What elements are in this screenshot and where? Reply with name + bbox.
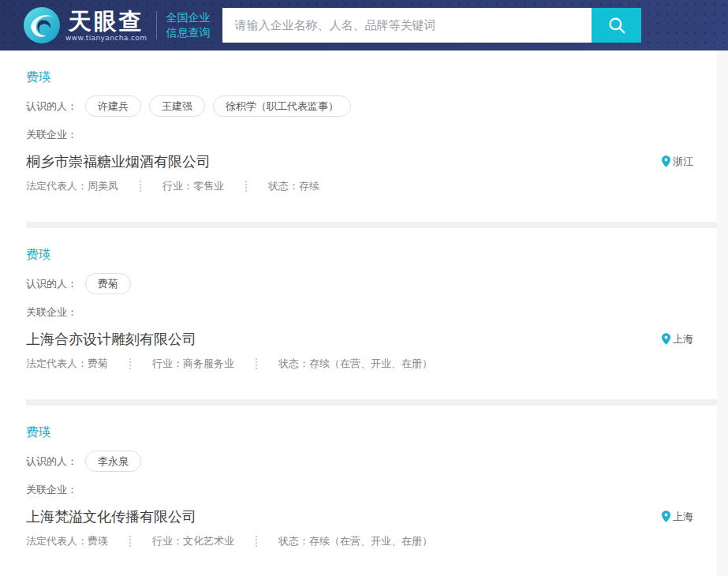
known-people-label: 认识的人： (26, 99, 77, 114)
header-tagline: 全国企业 信息查询 (166, 10, 210, 40)
industry: 行业：商务服务业 (152, 357, 234, 371)
result-card: 费瑛 认识的人： 李永泉 关联企业： 上海梵溢文化传播有限公司 上海 法定代表人… (0, 406, 728, 576)
company-name-link[interactable]: 上海梵溢文化传播有限公司 (26, 507, 196, 526)
search-bar (222, 8, 641, 43)
known-people-row: 认识的人： 李永泉 (26, 451, 693, 472)
tianyancha-eye-icon (24, 7, 60, 43)
tagline-line2: 信息查询 (166, 25, 210, 40)
known-people-label: 认识的人： (26, 454, 77, 469)
known-people-label: 认识的人： (26, 277, 77, 291)
company-details: 法定代表人：周美凤 行业：零售业 状态：存续 (26, 179, 693, 193)
company-details: 法定代表人：费菊 行业：商务服务业 状态：存续（在营、开业、在册） (26, 357, 693, 371)
person-name-link[interactable]: 费瑛 (26, 424, 51, 441)
known-person-tag[interactable]: 徐积学（职工代表监事） (213, 95, 351, 117)
industry: 行业：零售业 (162, 179, 224, 193)
dotted-divider (129, 536, 131, 547)
dotted-divider (129, 358, 131, 369)
card-separator (26, 222, 728, 228)
location-text: 浙江 (673, 155, 693, 169)
legal-representative: 法定代表人：周美凤 (26, 179, 118, 193)
location-text: 上海 (673, 510, 693, 524)
tianyancha-logo[interactable]: 天眼查 www.tianyancha.com (24, 7, 147, 43)
logo-divider (156, 11, 157, 39)
known-person-tag[interactable]: 王建强 (149, 95, 205, 117)
brand-website: www.tianyancha.com (65, 34, 147, 42)
search-input[interactable] (222, 8, 592, 43)
location-pin-icon (662, 511, 670, 522)
company-name-link[interactable]: 桐乡市崇福糖业烟酒有限公司 (26, 151, 211, 171)
dotted-divider (256, 536, 257, 547)
company-location: 上海 (662, 510, 693, 524)
tagline-line1: 全国企业 (166, 10, 210, 25)
related-companies-label: 关联企业： (26, 483, 693, 497)
company-name-link[interactable]: 上海合亦设计雕刻有限公司 (26, 329, 196, 349)
status: 状态：存续（在营、开业、在册） (278, 357, 432, 371)
industry: 行业：文化艺术业 (152, 534, 234, 548)
scrollbar-track[interactable] (717, 50, 728, 576)
result-card: 费瑛 认识的人： 许建兵 王建强 徐积学（职工代表监事） 关联企业： 桐乡市崇福… (0, 50, 728, 222)
top-header: 天眼查 www.tianyancha.com 全国企业 信息查询 (0, 0, 728, 50)
search-icon (607, 15, 627, 36)
dotted-divider (140, 181, 141, 192)
dotted-divider (256, 358, 257, 369)
search-button[interactable] (592, 8, 641, 43)
known-person-tag[interactable]: 费菊 (85, 273, 131, 294)
known-people-row: 认识的人： 许建兵 王建强 徐积学（职工代表监事） (26, 95, 693, 117)
status: 状态：存续（在营、开业、在册） (278, 534, 432, 548)
brand-name: 天眼查 (69, 9, 144, 33)
company-row: 上海梵溢文化传播有限公司 上海 (26, 507, 693, 526)
result-card: 费瑛 认识的人： 费菊 关联企业： 上海合亦设计雕刻有限公司 上海 法定代表人：… (0, 228, 728, 399)
location-text: 上海 (673, 332, 693, 346)
company-location: 上海 (662, 332, 693, 346)
company-details: 法定代表人：费瑛 行业：文化艺术业 状态：存续（在营、开业、在册） (26, 534, 693, 548)
legal-representative: 法定代表人：费瑛 (26, 534, 108, 548)
company-row: 上海合亦设计雕刻有限公司 上海 (26, 329, 693, 349)
person-name-link[interactable]: 费瑛 (26, 69, 51, 86)
known-person-tag[interactable]: 李永泉 (85, 451, 141, 472)
location-pin-icon (662, 333, 670, 345)
legal-representative: 法定代表人：费菊 (26, 357, 108, 371)
known-people-row: 认识的人： 费菊 (26, 273, 693, 294)
company-location: 浙江 (662, 155, 693, 169)
status: 状态：存续 (268, 179, 319, 193)
location-pin-icon (662, 155, 670, 167)
card-separator (26, 399, 728, 406)
related-companies-label: 关联企业： (26, 305, 693, 320)
known-person-tag[interactable]: 许建兵 (85, 95, 141, 117)
person-name-link[interactable]: 费瑛 (26, 246, 51, 264)
related-companies-label: 关联企业： (26, 128, 693, 142)
dotted-divider (245, 181, 247, 192)
company-row: 桐乡市崇福糖业烟酒有限公司 浙江 (26, 151, 693, 171)
